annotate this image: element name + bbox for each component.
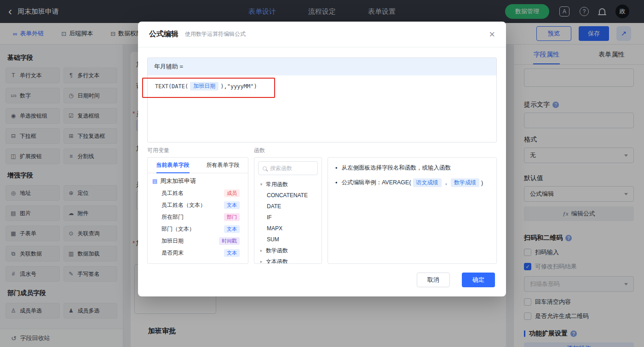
field-token[interactable]: 加班日期 — [190, 82, 218, 91]
document-icon: ▤ — [152, 178, 157, 184]
group-label: 文本函数 — [266, 258, 288, 264]
tab-current-form-fields[interactable]: 当前表单字段 — [148, 158, 198, 173]
formula-suffix: ),"yyyyMM") — [220, 83, 257, 90]
function-item[interactable]: CONCATENATE — [254, 190, 322, 201]
cancel-button[interactable]: 取消 — [417, 273, 450, 287]
confirm-button[interactable]: 确定 — [462, 273, 495, 287]
formula-expression[interactable]: TEXT(DATE( 加班日期 ),"yyyyMM") — [148, 75, 496, 97]
variable-row[interactable]: 是否周末文本 — [148, 247, 248, 259]
variable-row[interactable]: 员工姓名成员 — [148, 187, 248, 199]
variable-name: 员工姓名（文本） — [161, 201, 206, 209]
variable-row[interactable]: 部门（文本）文本 — [148, 223, 248, 235]
form-name: 周末加班申请 — [160, 177, 196, 185]
function-item[interactable]: MAPX — [254, 223, 322, 234]
function-group-math[interactable]: ▸数学函数 — [254, 245, 322, 256]
function-item[interactable]: SUM — [254, 234, 322, 245]
dialog-title: 公式编辑 — [149, 29, 178, 39]
chevron-right-icon: ▸ — [259, 248, 264, 253]
dialog-footer: 取消 确定 — [417, 273, 495, 287]
dialog-header: 公式编辑 使用数学运算符编辑公式 × — [138, 22, 506, 47]
chevron-down-icon: ▾ — [259, 182, 264, 187]
function-item[interactable]: IF — [254, 212, 322, 223]
formula-help-panel: •从左侧面板选择字段名和函数，或输入函数 •公式编辑举例：AVERAGE(语文成… — [328, 157, 497, 264]
variable-row[interactable]: 加班日期时间戳 — [148, 235, 248, 247]
variables-tabs: 当前表单字段 所有表单字段 — [148, 158, 248, 173]
help-text: 公式编辑举例：AVERAGE( — [341, 179, 411, 187]
variable-name: 所在部门 — [161, 213, 184, 221]
bullet-icon: • — [335, 180, 337, 186]
close-icon[interactable]: × — [489, 29, 495, 40]
formula-editor[interactable]: 年月辅助 = TEXT(DATE( 加班日期 ),"yyyyMM") — [147, 57, 497, 142]
help-text: ， — [443, 179, 449, 187]
type-tag: 部门 — [224, 213, 240, 221]
help-text: 从左侧面板选择字段名和函数，或输入函数 — [341, 164, 451, 172]
bullet-icon: • — [335, 165, 337, 171]
example-token: 数学成绩 — [451, 178, 479, 187]
function-search-input[interactable]: 搜索函数 — [258, 161, 318, 175]
chevron-right-icon: ▸ — [259, 259, 264, 264]
variable-name: 是否周末 — [161, 249, 184, 257]
example-token: 语文成绩 — [413, 178, 442, 187]
type-tag: 时间戳 — [219, 237, 240, 245]
functions-panel: 搜索函数 ▾常用函数 CONCATENATE DATE IF MAPX SUM … — [254, 157, 322, 264]
variable-row[interactable]: 员工姓名（文本）文本 — [148, 199, 248, 211]
group-label: 数学函数 — [266, 247, 288, 255]
variables-heading: 可用变量 — [147, 147, 169, 154]
group-label: 常用函数 — [266, 181, 288, 188]
function-group-common[interactable]: ▾常用函数 — [254, 179, 322, 190]
variables-panel: 当前表单字段 所有表单字段 ▤ 周末加班申请 员工姓名成员 员工姓名（文本）文本… — [147, 157, 248, 264]
search-placeholder: 搜索函数 — [270, 165, 292, 172]
help-text: ) — [481, 180, 483, 186]
dialog-subtitle: 使用数学运算符编辑公式 — [185, 30, 246, 38]
type-tag: 文本 — [224, 225, 240, 233]
function-item[interactable]: DATE — [254, 201, 322, 212]
variable-row[interactable]: 所在部门部门 — [148, 211, 248, 223]
function-group-text[interactable]: ▸文本函数 — [254, 256, 322, 264]
form-tree-root[interactable]: ▤ 周末加班申请 — [148, 173, 248, 187]
variable-name: 加班日期 — [161, 237, 184, 245]
formula-prefix: TEXT(DATE( — [155, 83, 188, 90]
type-tag: 文本 — [224, 201, 240, 209]
formula-editor-dialog: 公式编辑 使用数学运算符编辑公式 × 年月辅助 = TEXT(DATE( 加班日… — [138, 22, 506, 296]
formula-target-label: 年月辅助 = — [148, 58, 496, 75]
variable-name: 员工姓名 — [161, 189, 184, 197]
type-tag: 成员 — [224, 189, 240, 197]
variable-name: 部门（文本） — [161, 225, 195, 233]
search-icon — [263, 166, 267, 171]
functions-heading: 函数 — [254, 147, 265, 154]
tab-all-form-fields[interactable]: 所有表单字段 — [198, 158, 248, 173]
type-tag: 文本 — [224, 249, 240, 257]
